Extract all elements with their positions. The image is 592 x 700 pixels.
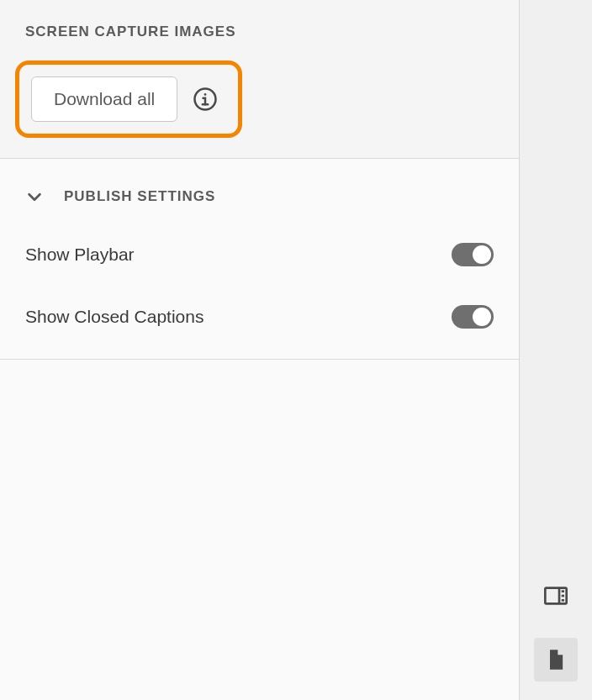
- chevron-down-icon[interactable]: [25, 187, 44, 206]
- document-button[interactable]: [534, 638, 578, 682]
- svg-point-1: [204, 93, 207, 96]
- publish-settings-header[interactable]: PUBLISH SETTINGS: [25, 187, 494, 206]
- empty-area: [0, 360, 519, 700]
- panel-layout-button[interactable]: [534, 574, 578, 618]
- settings-panel: SCREEN CAPTURE IMAGES Download all PUBLI…: [0, 0, 520, 700]
- screen-capture-title: SCREEN CAPTURE IMAGES: [25, 24, 494, 40]
- show-captions-label: Show Closed Captions: [25, 307, 204, 327]
- right-rail: [520, 0, 592, 700]
- show-playbar-toggle[interactable]: [452, 243, 494, 266]
- show-captions-row: Show Closed Captions: [25, 303, 494, 330]
- show-playbar-row: Show Playbar: [25, 241, 494, 268]
- show-playbar-label: Show Playbar: [25, 245, 135, 265]
- download-all-button[interactable]: Download all: [31, 76, 177, 122]
- screen-capture-section: SCREEN CAPTURE IMAGES Download all: [0, 0, 519, 159]
- download-highlight-box: Download all: [15, 61, 242, 138]
- publish-settings-title: PUBLISH SETTINGS: [64, 188, 215, 205]
- publish-settings-section: PUBLISH SETTINGS Show Playbar Show Close…: [0, 159, 519, 360]
- info-icon[interactable]: [193, 87, 218, 112]
- show-captions-toggle[interactable]: [452, 305, 494, 329]
